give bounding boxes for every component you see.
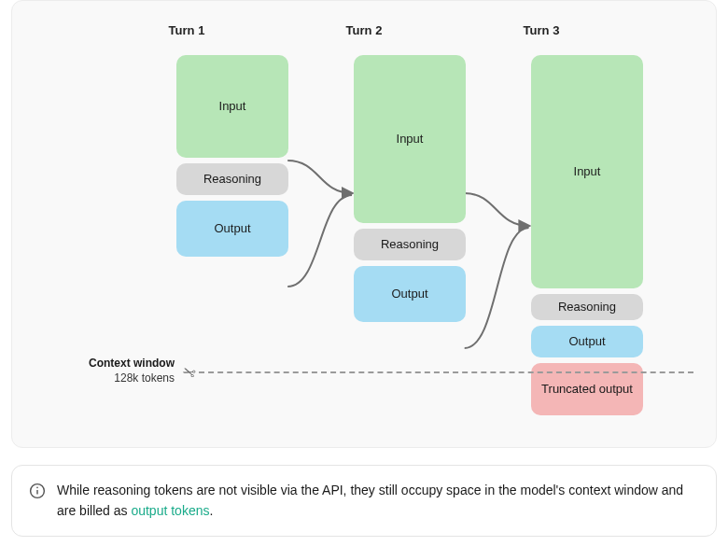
context-window-label: Context window 128k tokens	[72, 356, 175, 385]
context-window-diagram: Turn 1 Turn 2 Turn 3 Input Reasoning Out…	[11, 0, 717, 448]
input-block: Input	[354, 55, 466, 223]
context-window-boundary-line	[199, 371, 693, 373]
output-block: Output	[531, 326, 643, 357]
info-note: While reasoning tokens are not visible v…	[11, 465, 717, 537]
output-block: Output	[354, 266, 466, 322]
turn-header: Turn 3	[485, 23, 597, 37]
input-block: Input	[531, 55, 643, 288]
reasoning-block: Reasoning	[531, 294, 643, 320]
input-block: Input	[176, 55, 288, 158]
turn-column: Input Reasoning Output Truncated output	[531, 55, 643, 421]
context-window-title: Context window	[72, 356, 175, 371]
reasoning-block: Reasoning	[176, 163, 288, 195]
turn-header: Turn 2	[308, 23, 420, 37]
turn-column: Input Reasoning Output	[176, 55, 288, 262]
note-text-after: .	[209, 503, 213, 518]
svg-point-2	[36, 487, 38, 489]
info-note-text: While reasoning tokens are not visible v…	[57, 481, 699, 521]
reasoning-block: Reasoning	[354, 229, 466, 260]
info-icon	[29, 483, 46, 499]
context-window-value: 128k tokens	[72, 371, 175, 385]
turn-header: Turn 1	[131, 23, 243, 37]
output-block: Output	[176, 201, 288, 257]
output-tokens-link[interactable]: output tokens	[131, 503, 209, 518]
turn-headers-row: Turn 1 Turn 2 Turn 3	[12, 23, 716, 37]
turn-column: Input Reasoning Output	[354, 55, 466, 328]
